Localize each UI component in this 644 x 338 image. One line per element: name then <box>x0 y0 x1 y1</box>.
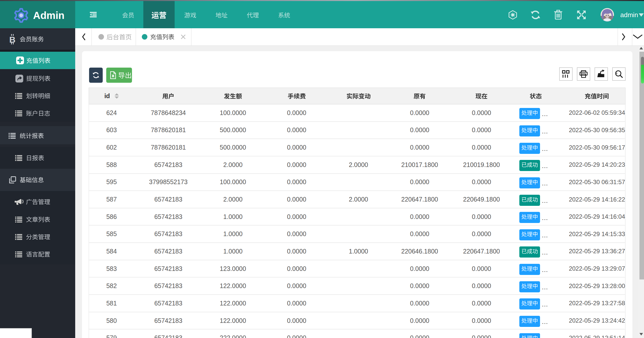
svg-text:B: B <box>9 35 16 44</box>
